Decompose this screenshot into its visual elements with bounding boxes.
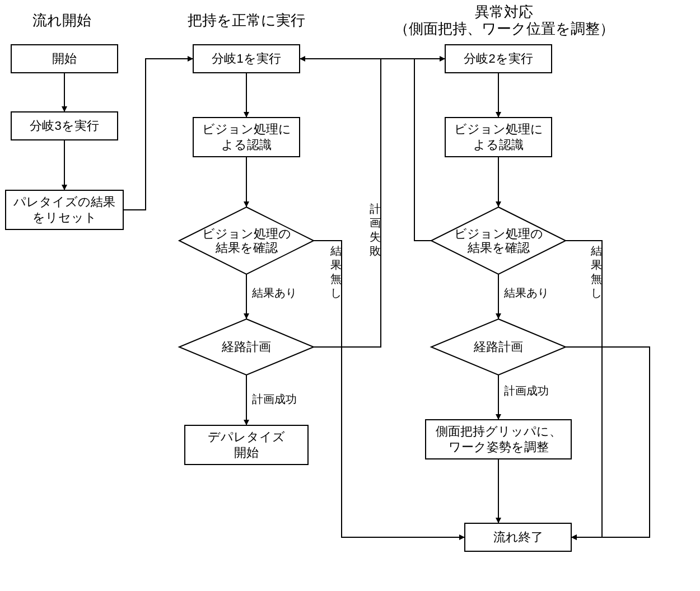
header-right-1: 異常対応 — [475, 3, 533, 20]
edge-reset-branch1 — [123, 59, 193, 210]
edge-plan1-ok-label: 計画成功 — [252, 393, 297, 405]
edge-check1-yes-label: 結果あり — [251, 287, 297, 299]
node-depal-l1: デパレタイズ — [208, 430, 285, 444]
flowchart: 流れ開始 把持を正常に実行 異常対応 （側面把持、ワーク位置を調整） 開始 分岐… — [0, 0, 700, 591]
node-vision2-l2: よる認識 — [473, 138, 524, 152]
node-check2-l2: 結果を確認 — [467, 241, 530, 255]
edge-check1-no-l2: 果 — [330, 259, 342, 271]
node-end-label: 流れ終了 — [493, 530, 543, 544]
node-check2-l1: ビジョン処理の — [454, 227, 543, 241]
edge-plan1-fail-l1: 計 — [370, 203, 381, 215]
header-right-2: （側面把持、ワーク位置を調整） — [394, 20, 614, 37]
edge-plan1-fail-l2: 画 — [370, 217, 381, 229]
node-plan1-label: 経路計画 — [221, 340, 271, 354]
edge-plan1-fail-l3: 失 — [370, 231, 381, 243]
node-adjust-l1: 側面把持グリッパに、 — [436, 424, 562, 438]
node-branch1-label: 分岐1を実行 — [212, 51, 281, 65]
node-vision2-l1: ビジョン処理に — [454, 122, 543, 136]
node-branch3-label: 分岐3を実行 — [30, 119, 99, 133]
node-depal-l2: 開始 — [234, 445, 259, 459]
node-adjust-l2: ワーク姿勢を調整 — [449, 440, 549, 454]
edge-check2-no-l1: 結 — [590, 245, 602, 257]
edge-check2-yes-label: 結果あり — [503, 287, 549, 299]
node-check1-l1: ビジョン処理の — [202, 227, 291, 241]
edge-plan1-fail-l4: 敗 — [370, 245, 381, 257]
edge-check2-no-end — [566, 241, 602, 537]
edge-check1-no-end — [314, 241, 465, 537]
header-mid: 把持を正常に実行 — [188, 12, 305, 29]
node-vision1-l2: よる認識 — [221, 138, 272, 152]
node-reset-label1: パレタイズの結果 — [13, 195, 115, 209]
edge-check1-no-l4: し — [330, 287, 342, 299]
edge-check2-no-l3: 無 — [591, 273, 602, 285]
node-reset-label2: をリセット — [32, 210, 97, 224]
node-check1-l2: 結果を確認 — [215, 241, 278, 255]
edge-check2-no-l4: し — [591, 287, 602, 299]
node-plan2-label: 経路計画 — [473, 340, 523, 354]
header-left: 流れ開始 — [32, 12, 91, 29]
edge-plan2-ok-label: 計画成功 — [504, 384, 549, 397]
node-vision1-l1: ビジョン処理に — [202, 122, 291, 136]
node-start-label: 開始 — [52, 51, 77, 65]
edge-check1-no-l1: 結 — [330, 245, 342, 257]
edge-check2-left-branch1 — [300, 59, 431, 241]
edge-check2-no-l2: 果 — [591, 259, 602, 271]
edge-check1-no-l3: 無 — [330, 273, 342, 285]
edge-plan2-right-end — [566, 347, 650, 537]
node-branch2-label: 分岐2を実行 — [464, 51, 533, 65]
